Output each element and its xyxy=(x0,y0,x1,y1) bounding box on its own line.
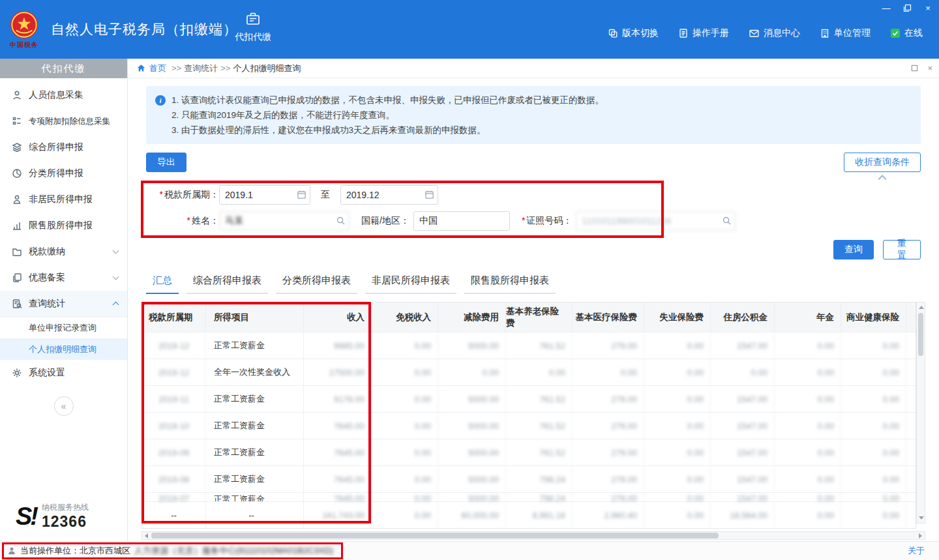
module-tab-withholding[interactable]: 代扣代缴 xyxy=(230,10,276,43)
name-input[interactable] xyxy=(219,211,350,231)
table-cell: 0.00 xyxy=(372,466,438,492)
tab-restricted-shares[interactable]: 限售股所得申报表 xyxy=(464,271,556,294)
table-cell: 0.00 xyxy=(841,493,906,501)
vertical-scrollbar[interactable] xyxy=(916,302,925,523)
table-row[interactable]: 2019-07正常工资薪金7645.000.005000.00798.24279… xyxy=(142,493,916,502)
panel-restore-button[interactable] xyxy=(911,65,918,72)
table-cell: 0.00 xyxy=(906,332,916,359)
sidebar-item-personnel-info[interactable]: 人员信息采集 xyxy=(0,82,127,108)
tab-nonresident-income[interactable]: 非居民所得申报表 xyxy=(365,271,456,294)
column-header[interactable]: 减除费用 xyxy=(438,302,506,332)
column-header[interactable]: 商业健康保险 xyxy=(841,302,906,332)
person-outline-icon xyxy=(12,194,22,205)
sidebar-item-query-statistics[interactable]: 查询统计 xyxy=(0,291,127,317)
calendar-icon[interactable] xyxy=(297,190,306,199)
breadcrumb-home-link[interactable]: 首页 xyxy=(149,63,166,74)
sidebar-item-nonresident-income[interactable]: 非居民所得申报 xyxy=(0,186,127,213)
table-cell: 0.00 xyxy=(906,359,916,385)
scroll-left-arrow[interactable] xyxy=(145,533,148,538)
sidebar-item-system-settings[interactable]: 系统设置 xyxy=(0,360,127,386)
sidebar-collapse-button[interactable]: « xyxy=(54,396,74,416)
table-cell: 7645.00 xyxy=(304,493,372,501)
export-button[interactable]: 导出 xyxy=(146,153,186,172)
table-cell: 2019-08 xyxy=(142,466,206,492)
collapse-query-button[interactable]: 收折查询条件 xyxy=(844,153,921,172)
horizontal-scrollbar[interactable] xyxy=(142,531,925,540)
period-end-input[interactable] xyxy=(340,185,438,205)
restore-button[interactable] xyxy=(901,2,913,14)
column-header[interactable]: 住房公积金 xyxy=(711,302,775,332)
hotline-label: 纳税服务热线 xyxy=(42,502,89,513)
top-nav: 版本切换 操作手册 消息中心 xyxy=(608,27,923,39)
panel-close-button[interactable]: × xyxy=(927,63,932,73)
nationality-input[interactable] xyxy=(413,211,510,231)
column-header[interactable]: 所得项目 xyxy=(206,302,304,332)
table-cell: 正常工资薪金 xyxy=(206,413,304,439)
column-header[interactable]: 税款所属期 xyxy=(142,302,206,332)
table-cell: 5000.00 xyxy=(438,439,506,465)
vertical-scroll-thumb[interactable] xyxy=(918,313,923,356)
column-header[interactable]: 税 xyxy=(906,302,916,332)
column-header[interactable]: 免税收入 xyxy=(372,302,438,332)
app-title: 自然人电子税务局（扣缴端） xyxy=(51,20,237,38)
horizontal-scroll-thumb[interactable] xyxy=(151,533,719,538)
table-row[interactable]: 2019-11正常工资薪金9178.000.005000.00761.52279… xyxy=(142,386,916,413)
column-header[interactable]: 基本养老保险费 xyxy=(506,302,573,332)
sidebar-item-classified-income[interactable]: 分类所得申报 xyxy=(0,160,127,186)
breadcrumb-separator: >> xyxy=(171,63,181,73)
tab-classified-income[interactable]: 分类所得申报表 xyxy=(276,271,357,294)
table-cell: 0.00 xyxy=(841,359,906,385)
table-row[interactable]: 2019-12正常工资薪金9985.000.005000.00761.52279… xyxy=(142,332,916,359)
table-cell: 27500.00 xyxy=(304,359,372,385)
sidebar-item-tax-payment[interactable]: 税款缴纳 xyxy=(0,239,127,265)
table-cell: 0.00 xyxy=(644,439,711,465)
table-cell: 0.00 xyxy=(841,466,906,492)
table-row[interactable]: 2019-10正常工资薪金7645.000.005000.00761.52279… xyxy=(142,413,916,439)
about-link[interactable]: 关于 xyxy=(908,545,925,557)
required-mark: * xyxy=(522,215,525,226)
sidebar-subitem-individual-detail-query[interactable]: 个人扣缴明细查询 xyxy=(0,338,127,360)
calendar-icon[interactable] xyxy=(425,190,434,199)
home-icon xyxy=(137,64,145,72)
table-row[interactable]: 2019-12全年一次性奖金收入27500.000.000.000.000.00… xyxy=(142,359,916,386)
table-cell: 7645.00 xyxy=(304,439,372,465)
sidebar-item-label: 人员信息采集 xyxy=(29,89,83,101)
table-total-row[interactable]: ----161,743.000.0060,000.008,991.162,960… xyxy=(142,502,916,528)
search-icon[interactable] xyxy=(722,216,732,226)
table-row[interactable]: 2019-09正常工资薪金7645.000.005000.00761.52279… xyxy=(142,439,916,466)
sidebar-item-preference-filing[interactable]: 优惠备案 xyxy=(0,265,127,291)
online-status[interactable]: 在线 xyxy=(890,27,923,39)
reset-button[interactable]: 重置 xyxy=(883,240,921,259)
nav-unit-management[interactable]: 单位管理 xyxy=(820,27,871,39)
nav-message-center[interactable]: 消息中心 xyxy=(749,27,800,39)
table-cell: 0.00 xyxy=(775,359,841,385)
nav-label: 单位管理 xyxy=(834,27,871,39)
sidebar-item-special-deduction[interactable]: 专项附加扣除信息采集 xyxy=(0,108,127,134)
tab-summary[interactable]: 汇总 xyxy=(146,271,179,294)
close-button[interactable]: × xyxy=(922,2,934,14)
search-icon[interactable] xyxy=(336,216,346,226)
table-cell: 1547.00 xyxy=(711,439,775,465)
tab-comprehensive-income[interactable]: 综合所得申报表 xyxy=(186,271,268,294)
minimize-button[interactable]: — xyxy=(880,2,892,14)
sidebar-item-restricted-shares[interactable]: 限售股所得申报 xyxy=(0,213,127,239)
column-header[interactable]: 基本医疗保险费 xyxy=(573,302,644,332)
column-header[interactable]: 失业保险费 xyxy=(644,302,711,332)
sidebar-item-label: 查询统计 xyxy=(29,298,65,310)
id-number-input[interactable] xyxy=(576,211,736,231)
table-cell: 0.00 xyxy=(775,502,841,528)
sidebar-item-comprehensive-income[interactable]: 综合所得申报 xyxy=(0,134,127,160)
column-header[interactable]: 年金 xyxy=(775,302,841,332)
table-cell: 161,743.00 xyxy=(304,502,372,528)
nav-operation-manual[interactable]: 操作手册 xyxy=(678,27,729,39)
building-icon xyxy=(820,28,830,38)
scroll-right-arrow[interactable] xyxy=(919,533,922,538)
column-header[interactable]: 收入 xyxy=(304,302,372,332)
nav-version-switch[interactable]: 版本切换 xyxy=(608,27,659,39)
scroll-down-arrow[interactable] xyxy=(919,516,924,520)
breadcrumb-current: 个人扣缴明细查询 xyxy=(233,63,301,74)
table-row[interactable]: 2019-08正常工资薪金7645.000.005000.00798.24279… xyxy=(142,466,916,493)
sidebar-subitem-unit-report-query[interactable]: 单位申报记录查询 xyxy=(0,317,127,338)
search-button[interactable]: 查询 xyxy=(833,240,874,259)
scroll-up-arrow[interactable] xyxy=(919,306,924,309)
